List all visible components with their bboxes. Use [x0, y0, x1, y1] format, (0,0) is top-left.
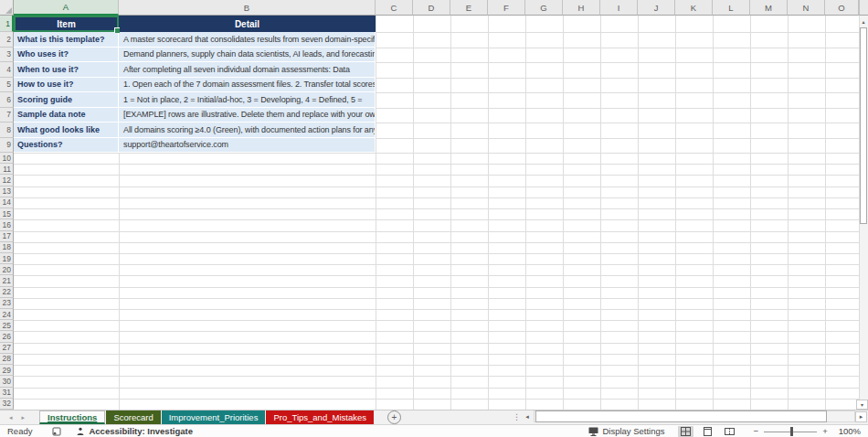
cell-B1[interactable]: Detail — [119, 16, 376, 32]
cell-B5[interactable]: 1. Open each of the 7 domain assessment … — [119, 78, 376, 93]
horizontal-scrollbar-thumb[interactable] — [535, 410, 827, 422]
row-header-23[interactable]: 23 — [0, 298, 14, 309]
column-header-J[interactable]: J — [638, 0, 675, 16]
row-header-24[interactable]: 24 — [0, 309, 14, 320]
column-header-I[interactable]: I — [600, 0, 638, 16]
cell-A1[interactable]: Item — [14, 16, 119, 32]
tab-splitter-handle[interactable]: ⋮ — [513, 410, 521, 423]
cell-A6[interactable]: Scoring guide — [14, 92, 119, 108]
row-header-22[interactable]: 22 — [0, 287, 14, 298]
row-header-20[interactable]: 20 — [0, 264, 14, 275]
row-header-18[interactable]: 18 — [0, 242, 14, 253]
zoom-level[interactable]: 100% — [839, 426, 861, 436]
cell-B2[interactable]: A master scorecard that consolidates res… — [119, 32, 376, 48]
row-header-4[interactable]: 4 — [0, 62, 14, 78]
row-header-29[interactable]: 29 — [0, 365, 14, 376]
cell-B8[interactable]: All domains scoring ≥4.0 (Green), with d… — [119, 123, 376, 138]
cell-A9[interactable]: Questions? — [14, 138, 119, 154]
accessibility-status[interactable]: Accessibility: Investigate — [76, 426, 193, 436]
column-header-K[interactable]: K — [675, 0, 713, 16]
cell-A7[interactable]: Sample data note — [14, 108, 119, 123]
row-header-3[interactable]: 3 — [0, 48, 14, 63]
scroll-down-icon[interactable]: ▾ — [856, 400, 868, 410]
scroll-left-icon[interactable]: ◂ — [522, 411, 533, 422]
column-header-L[interactable]: L — [713, 0, 750, 16]
vertical-scrollbar-thumb[interactable] — [860, 27, 867, 224]
row-header-9[interactable]: 9 — [0, 138, 14, 154]
prev-sheet-icon[interactable]: ◂ — [9, 414, 13, 421]
column-header-B[interactable]: B — [119, 0, 376, 16]
normal-view-icon — [681, 427, 691, 436]
row-header-30[interactable]: 30 — [0, 376, 14, 387]
scroll-right-icon[interactable]: ▸ — [855, 411, 867, 422]
row-header-8[interactable]: 8 — [0, 123, 14, 138]
cell-B6[interactable]: 1 = Not in place, 2 = Initial/ad-hoc, 3 … — [119, 92, 376, 108]
zoom-in-button[interactable]: + — [822, 426, 828, 436]
sheet-tab-instructions[interactable]: Instructions — [39, 410, 105, 424]
cell-A3[interactable]: Who uses it? — [14, 48, 119, 63]
gridline — [788, 16, 789, 410]
column-header-H[interactable]: H — [563, 0, 600, 16]
row-header-10[interactable]: 10 — [0, 153, 14, 164]
gridline — [675, 16, 676, 410]
row-header-11[interactable]: 11 — [0, 164, 14, 175]
next-sheet-icon[interactable]: ▸ — [22, 414, 26, 421]
row-header-2[interactable]: 2 — [0, 32, 14, 48]
selection-fill-handle[interactable] — [114, 27, 120, 33]
gridline — [14, 164, 859, 165]
column-header-A[interactable]: A — [14, 0, 119, 16]
column-header-N[interactable]: N — [788, 0, 825, 16]
cell-B7[interactable]: [EXAMPLE] rows are illustrative. Delete … — [119, 108, 376, 123]
zoom-slider-thumb[interactable] — [790, 427, 793, 436]
row-header-16[interactable]: 16 — [0, 219, 14, 230]
cell-A2[interactable]: What is this template? — [14, 32, 119, 48]
row-header-17[interactable]: 17 — [0, 231, 14, 242]
row-header-15[interactable]: 15 — [0, 208, 14, 219]
zoom-slider[interactable] — [764, 426, 817, 437]
new-sheet-button[interactable]: + — [387, 410, 401, 424]
row-header-7[interactable]: 7 — [0, 108, 14, 123]
page-layout-view-icon — [703, 427, 713, 436]
sheet-grid[interactable]: ItemDetailWhat is this template?A master… — [14, 16, 859, 410]
sheet-tab-improvement_priorities[interactable]: Improvement_Priorities — [162, 410, 266, 424]
row-header-21[interactable]: 21 — [0, 275, 14, 286]
gridline — [14, 187, 859, 187]
row-header-1[interactable]: 1 — [0, 16, 14, 32]
display-settings-button[interactable]: Display Settings — [588, 426, 664, 436]
row-header-14[interactable]: 14 — [0, 197, 14, 208]
column-header-M[interactable]: M — [750, 0, 788, 16]
scroll-up-icon[interactable]: ▴ — [859, 16, 868, 27]
cell-B3[interactable]: Demand planners, supply chain data scien… — [119, 48, 376, 63]
page-break-view-button[interactable] — [722, 426, 737, 437]
view-shortcuts — [678, 426, 737, 437]
column-header-C[interactable]: C — [376, 0, 413, 16]
page-layout-view-button[interactable] — [700, 426, 715, 437]
row-header-26[interactable]: 26 — [0, 331, 14, 342]
sheet-tab-scorecard[interactable]: Scorecard — [106, 410, 160, 424]
row-header-12[interactable]: 12 — [0, 175, 14, 186]
sheet-tab-pro_tips_and_mistakes[interactable]: Pro_Tips_and_Mistakes — [266, 410, 374, 424]
column-header-D[interactable]: D — [413, 0, 450, 16]
row-header-31[interactable]: 31 — [0, 388, 14, 399]
row-header-27[interactable]: 27 — [0, 343, 14, 354]
row-header-13[interactable]: 13 — [0, 187, 14, 197]
column-header-O[interactable]: O — [825, 0, 859, 16]
row-header-19[interactable]: 19 — [0, 253, 14, 264]
cell-B4[interactable]: After completing all seven individual do… — [119, 62, 376, 78]
column-header-E[interactable]: E — [450, 0, 488, 16]
row-header-6[interactable]: 6 — [0, 92, 14, 108]
select-all-corner[interactable] — [0, 0, 14, 16]
column-header-G[interactable]: G — [525, 0, 563, 16]
macro-record-icon[interactable] — [52, 427, 61, 436]
cell-A5[interactable]: How to use it? — [14, 78, 119, 93]
zoom-out-button[interactable]: − — [754, 426, 759, 436]
column-header-F[interactable]: F — [488, 0, 525, 16]
row-header-5[interactable]: 5 — [0, 78, 14, 93]
cell-A4[interactable]: When to use it? — [14, 62, 119, 78]
row-header-28[interactable]: 28 — [0, 354, 14, 365]
cell-B9[interactable]: support@theartofservice.com — [119, 138, 376, 154]
normal-view-button[interactable] — [678, 426, 693, 437]
row-header-32[interactable]: 32 — [0, 399, 14, 410]
cell-A8[interactable]: What good looks like — [14, 123, 119, 138]
row-header-25[interactable]: 25 — [0, 320, 14, 331]
